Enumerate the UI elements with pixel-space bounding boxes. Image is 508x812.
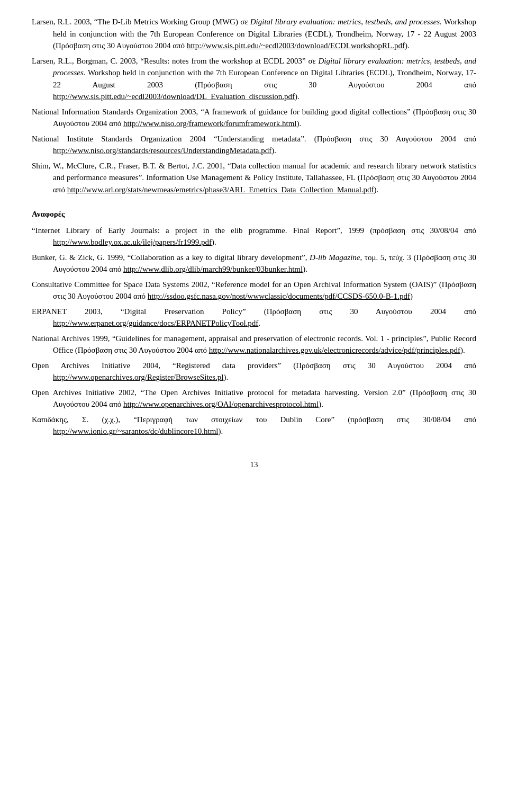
link-ecdl-discussion[interactable]: http://www.sis.pitt.edu/~ecdl2003/downlo… bbox=[53, 92, 295, 101]
content-area: Larsen, R.L. 2003, “The D-Lib Metrics Wo… bbox=[32, 16, 476, 438]
link-niso-metadata[interactable]: http://www.niso.org/standards/resources/… bbox=[53, 146, 271, 155]
link-oai-register[interactable]: http://www.openarchives.org/Register/Bro… bbox=[53, 373, 223, 381]
link-national-archives[interactable]: http://www.nationalarchives.gov.uk/elect… bbox=[209, 346, 460, 354]
link-niso-framework[interactable]: http://www.niso.org/framework/forumframe… bbox=[123, 119, 296, 128]
ref-text: Bunker, G. & Zick, G. 1999, “Collaborati… bbox=[32, 253, 476, 274]
ref-text: National Archives 1999, “Guidelines for … bbox=[32, 334, 476, 355]
reference-ccsds: Consultative Committee for Space Data Sy… bbox=[32, 279, 476, 302]
reference-niso-2004: National Institute Standards Organizatio… bbox=[32, 133, 476, 157]
link-ecdl-workshop-rl[interactable]: http://www.sis.pitt.edu/~ecdl2003/downlo… bbox=[187, 41, 405, 50]
ref-text: “Internet Library of Early Journals: a p… bbox=[32, 226, 476, 247]
reference-bunker-zick: Bunker, G. & Zick, G. 1999, “Collaborati… bbox=[32, 252, 476, 275]
ref-text: Open Archives Initiative 2002, “The Open… bbox=[32, 388, 476, 409]
ref-text: Καπιδάκης, Σ. (χ.χ.), “Περιγραφή των στο… bbox=[32, 415, 476, 436]
section-header-references: Αναφορές bbox=[32, 208, 476, 220]
reference-larsen-2003: Larsen, R.L. 2003, “The D-Lib Metrics Wo… bbox=[32, 16, 476, 52]
link-ccsds[interactable]: http://ssdoo.gsfc.nasa.gov/nost/wwwclass… bbox=[148, 292, 410, 300]
page-number: 13 bbox=[32, 459, 476, 471]
link-arl-emetrics[interactable]: http://www.arl.org/stats/newmeas/emetric… bbox=[67, 185, 374, 194]
reference-ilej: “Internet Library of Early Journals: a p… bbox=[32, 225, 476, 248]
reference-oai-2004: Open Archives Initiative 2004, “Register… bbox=[32, 360, 476, 383]
link-bunker[interactable]: http://www.dlib.org/dlib/march99/bunker/… bbox=[123, 265, 303, 273]
reference-shim-2001: Shim, W., McClure, C.R., Fraser, B.T. & … bbox=[32, 160, 476, 196]
page: Larsen, R.L. 2003, “The D-Lib Metrics Wo… bbox=[0, 0, 508, 812]
ref-text: Larsen, R.L., Borgman, C. 2003, “Results… bbox=[32, 57, 476, 101]
ref-text: Consultative Committee for Space Data Sy… bbox=[32, 280, 476, 301]
link-oai-protocol[interactable]: http://www.openarchives.org/OAI/openarch… bbox=[123, 400, 319, 408]
reference-larsen-borgman: Larsen, R.L., Borgman, C. 2003, “Results… bbox=[32, 55, 476, 103]
link-erpanet[interactable]: http://www.erpanet.org/guidance/docs/ERP… bbox=[53, 319, 258, 327]
link-ilej[interactable]: http://www.bodley.ox.ac.uk/ilej/papers/f… bbox=[53, 238, 212, 246]
reference-oai-2002: Open Archives Initiative 2002, “The Open… bbox=[32, 387, 476, 411]
ref-text: Open Archives Initiative 2004, “Register… bbox=[32, 361, 476, 382]
reference-national-archives: National Archives 1999, “Guidelines for … bbox=[32, 333, 476, 356]
ref-text: National Institute Standards Organizatio… bbox=[32, 135, 476, 155]
reference-kapidakis: Καπιδάκης, Σ. (χ.χ.), “Περιγραφή των στο… bbox=[32, 414, 476, 438]
ref-text: Larsen, R.L. 2003, “The D-Lib Metrics Wo… bbox=[32, 17, 476, 50]
reference-niso-2003: National Information Standards Organizat… bbox=[32, 106, 476, 130]
ref-text: National Information Standards Organizat… bbox=[32, 108, 476, 128]
reference-erpanet: ERPANET 2003, “Digital Preservation Poli… bbox=[32, 306, 476, 329]
ref-text: Shim, W., McClure, C.R., Fraser, B.T. & … bbox=[32, 162, 476, 194]
link-dublincore[interactable]: http://www.ionio.gr/~sarantos/dc/dublinc… bbox=[53, 427, 219, 435]
ref-text: ERPANET 2003, “Digital Preservation Poli… bbox=[32, 307, 476, 328]
